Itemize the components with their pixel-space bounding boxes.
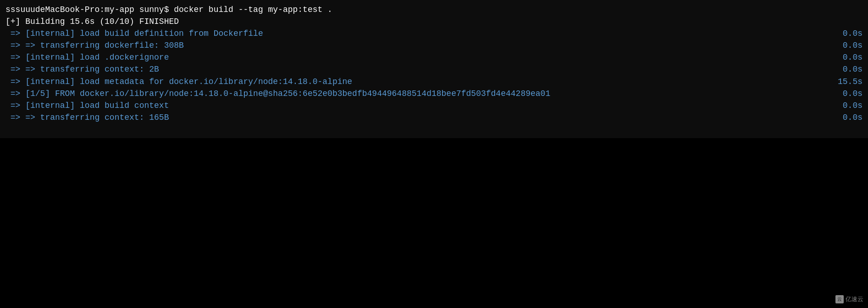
terminal-row-1: => [internal] load build definition from… [6,28,862,39]
step3-text: => [internal] load .dockerignore [6,51,169,63]
step2-text: => => transferring dockerfile: 308B [6,39,184,51]
step4-time: 0.0s [835,63,862,75]
terminal-row-3: => [internal] load .dockerignore 0.0s [6,51,862,63]
terminal-window: sssuuudeMacBook-Pro:my-app sunny$ docker… [0,0,868,308]
step1-time: 0.0s [835,28,862,39]
terminal-row-5: => [internal] load metadata for docker.i… [6,76,862,88]
prompt-text: sssuuudeMacBook-Pro:my-app sunny$ docker… [6,4,332,16]
step7-time: 0.0s [835,100,862,112]
terminal-row-4: => => transferring context: 2B 0.0s [6,63,862,75]
step7-text: => [internal] load build context [6,100,169,112]
terminal-row-prompt: sssuuudeMacBook-Pro:my-app sunny$ docker… [6,4,862,16]
step5-time: 15.5s [835,76,862,88]
building-text: [+] Building 15.6s (10/10) FINISHED [6,16,179,28]
terminal-row-7: => [internal] load build context 0.0s [6,100,862,112]
terminal-row-8: => => transferring context: 165B 0.0s [6,112,862,123]
step4-text: => => transferring context: 2B [6,63,159,75]
step3-time: 0.0s [835,51,862,63]
terminal-row-building: [+] Building 15.6s (10/10) FINISHED [6,16,862,28]
terminal-content: sssuuudeMacBook-Pro:my-app sunny$ docker… [6,4,862,123]
step8-text: => => transferring context: 165B [6,112,169,123]
step8-time: 0.0s [835,112,862,123]
watermark-text: 亿速云 [846,295,863,303]
step2-time: 0.0s [835,39,862,51]
terminal-black-area [0,138,868,308]
terminal-row-2: => => transferring dockerfile: 308B 0.0s [6,39,862,51]
step6-time: 0.0s [835,88,862,100]
step6-text: => [1/5] FROM docker.io/library/node:14.… [6,88,550,100]
terminal-row-6: => [1/5] FROM docker.io/library/node:14.… [6,88,862,100]
watermark: 云 亿速云 [835,295,863,303]
step1-text: => [internal] load build definition from… [6,28,263,39]
step5-text: => [internal] load metadata for docker.i… [6,76,352,88]
watermark-icon: 云 [835,295,844,303]
